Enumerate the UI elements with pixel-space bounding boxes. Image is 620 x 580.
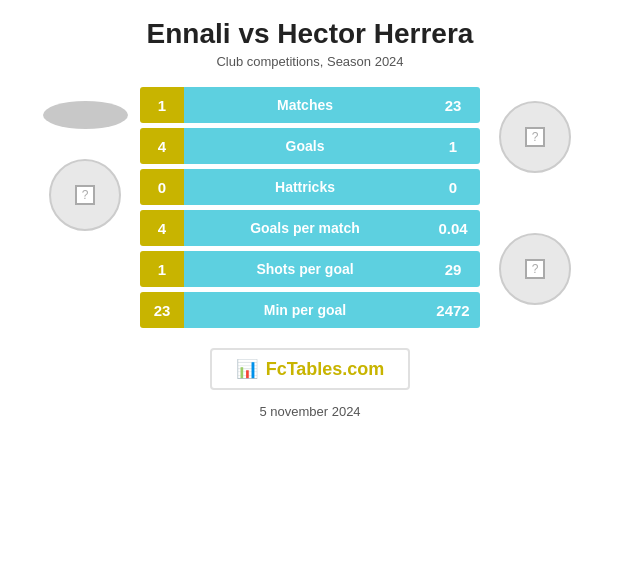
page-title: Ennali vs Hector Herrera xyxy=(147,18,474,50)
stat-label: Matches xyxy=(184,87,426,123)
stat-row: 1Shots per goal29 xyxy=(140,251,480,287)
right-avatar-circle-top: ? xyxy=(499,101,571,173)
stat-label: Goals xyxy=(184,128,426,164)
stat-row: 4Goals per match0.04 xyxy=(140,210,480,246)
stat-right-value: 23 xyxy=(426,87,480,123)
stat-right-value: 1 xyxy=(426,128,480,164)
stat-right-value: 29 xyxy=(426,251,480,287)
footer-date: 5 november 2024 xyxy=(259,404,360,419)
stat-right-value: 0 xyxy=(426,169,480,205)
stat-left-value: 23 xyxy=(140,292,184,328)
stat-left-value: 1 xyxy=(140,87,184,123)
stat-label: Goals per match xyxy=(184,210,426,246)
stat-row: 1Matches23 xyxy=(140,87,480,123)
stat-left-value: 0 xyxy=(140,169,184,205)
stat-left-value: 4 xyxy=(140,128,184,164)
right-avatar-column: ? ? xyxy=(480,87,590,305)
stat-left-value: 1 xyxy=(140,251,184,287)
right-avatar-circle-bottom: ? xyxy=(499,233,571,305)
stat-row: 0Hattricks0 xyxy=(140,169,480,205)
stat-row: 4Goals1 xyxy=(140,128,480,164)
watermark-text: FcTables.com xyxy=(266,359,385,380)
watermark-icon: 📊 xyxy=(236,358,258,380)
left-avatar-circle: ? xyxy=(49,159,121,231)
page-subtitle: Club competitions, Season 2024 xyxy=(216,54,403,69)
stat-row: 23Min per goal2472 xyxy=(140,292,480,328)
left-question-icon: ? xyxy=(75,185,95,205)
stats-table: 1Matches234Goals10Hattricks04Goals per m… xyxy=(140,87,480,328)
stat-label: Hattricks xyxy=(184,169,426,205)
stat-right-value: 2472 xyxy=(426,292,480,328)
page-container: Ennali vs Hector Herrera Club competitio… xyxy=(0,0,620,580)
left-avatar-ellipse xyxy=(43,101,128,129)
stat-left-value: 4 xyxy=(140,210,184,246)
right-question-icon-top: ? xyxy=(525,127,545,147)
stat-label: Shots per goal xyxy=(184,251,426,287)
comparison-area: ? 1Matches234Goals10Hattricks04Goals per… xyxy=(10,87,610,328)
stat-label: Min per goal xyxy=(184,292,426,328)
right-question-icon-bottom: ? xyxy=(525,259,545,279)
watermark-box: 📊 FcTables.com xyxy=(210,348,411,390)
stat-right-value: 0.04 xyxy=(426,210,480,246)
left-avatar-column: ? xyxy=(30,87,140,231)
